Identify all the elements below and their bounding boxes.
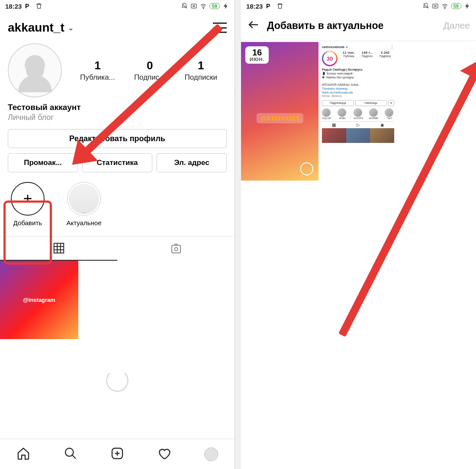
next-button[interactable]: Далее — [443, 20, 470, 31]
avatar[interactable] — [8, 43, 62, 97]
loading-spinner — [106, 369, 129, 392]
inner-profile-handle: radiosvaboda — [322, 45, 344, 49]
status-time: 18:23 — [5, 3, 22, 10]
battery-indicator: 59 — [451, 3, 461, 9]
svg-rect-4 — [172, 246, 180, 253]
highlight-actual[interactable]: ... Актуальное — [62, 182, 106, 226]
chevron-down-icon: ⌄ — [68, 24, 74, 32]
status-time: 18:23 — [246, 3, 263, 10]
username-text: akkaunt_t — [8, 21, 64, 35]
p-icon: P — [266, 3, 273, 10]
inner-photos — [322, 128, 394, 143]
phone-right-add-highlight: 18:23 P 59 Добавить в актуальное Далее 1… — [241, 0, 476, 469]
profile-tabs — [0, 236, 235, 261]
back-button[interactable] — [247, 18, 260, 33]
feed-grid: @instagram — [0, 261, 235, 339]
svg-point-2 — [203, 8, 203, 9]
stats-button[interactable]: Статистика — [82, 153, 152, 172]
nav-profile-icon[interactable] — [204, 447, 218, 461]
wifi-icon — [200, 3, 207, 10]
story-item-1[interactable]: 16 июн. @X101XX203 — [241, 42, 318, 181]
bio-block: Тестовый аккаунт Личный блог — [0, 97, 235, 122]
inner-avatar-day: 30 — [323, 52, 336, 65]
story-select-circle[interactable] — [379, 162, 392, 175]
highlights-row: + Добавить ... Актуальное — [0, 172, 235, 226]
plus-icon: + — [11, 182, 45, 216]
bottom-nav — [0, 439, 235, 469]
stat-posts[interactable]: 1Публика... — [80, 59, 115, 82]
p-icon: P — [25, 3, 32, 10]
inner-follow-button: Падпісацца — [322, 100, 354, 106]
story-date-chip: 16 июн. — [245, 46, 269, 64]
highlight-thumb: ... — [67, 182, 101, 216]
status-bar: 18:23 P 59 — [241, 0, 476, 12]
bell-mute-icon — [181, 3, 188, 10]
bolt-icon — [464, 3, 471, 10]
display-name: Тестовый аккаунт — [8, 103, 227, 112]
hamburger-menu-icon[interactable] — [213, 23, 227, 33]
x-box-icon — [190, 3, 197, 10]
nav-new-post-icon[interactable] — [110, 446, 124, 462]
inner-stats: 11 тыс.Публіка 149 т...Падпісч 2 242Падп… — [339, 51, 394, 58]
profile-header: akkaunt_t ⌄ — [0, 12, 235, 39]
more-icon: ⋮ — [390, 45, 394, 49]
tab-grid[interactable] — [0, 236, 117, 261]
story-picker-grid: 16 июн. @X101XX203 radiosvaboda ● ⋮ 30 — [241, 41, 476, 181]
svg-text:P: P — [25, 3, 29, 10]
tab-tagged[interactable] — [117, 236, 235, 261]
svg-point-10 — [444, 8, 445, 9]
verified-badge-icon: ● — [346, 45, 348, 49]
email-button[interactable]: Эл. адрес — [157, 153, 227, 172]
profile-summary: 1Публика... 0Подпис... 1Подписки — [0, 39, 235, 97]
stat-followers[interactable]: 0Подпис... — [134, 59, 166, 82]
inner-avatar-ring: 30 — [322, 51, 338, 66]
highlight-add[interactable]: + Добавить — [6, 182, 49, 226]
svg-rect-3 — [54, 243, 64, 253]
inner-bio: Радыё Свабода | Беларусь 📱 Больш чым рад… — [322, 68, 394, 98]
trash-icon — [277, 3, 283, 10]
battery-indicator: 59 — [209, 3, 220, 9]
inner-highlights: САЦ.СЕТКІ МОВА АСНОЎНАЕ МОРКВА ТЭСТ — [322, 108, 394, 120]
inner-message-button: Напісаць — [355, 100, 387, 106]
feed-item-1[interactable]: @instagram — [0, 261, 78, 339]
profile-buttons: Редактировать профиль Промоак... Статист… — [0, 122, 235, 172]
svg-text:P: P — [266, 3, 270, 10]
trash-icon — [35, 3, 42, 10]
username-switcher[interactable]: akkaunt_t ⌄ — [8, 21, 74, 35]
edit-profile-button[interactable]: Редактировать профиль — [8, 129, 227, 148]
nav-activity-icon[interactable] — [157, 446, 171, 462]
svg-point-6 — [65, 448, 74, 456]
phone-left-profile: 18:23 P 59 akkaunt_t ⌄ 1Пуб — [0, 0, 235, 469]
story-select-circle[interactable] — [300, 162, 313, 175]
story-item-2[interactable]: radiosvaboda ● ⋮ 30 11 тыс.Публіка 149 т… — [319, 42, 397, 181]
wifi-icon — [441, 3, 448, 10]
inner-buttons: Падпісацца Напісаць ▾ — [322, 100, 394, 106]
inner-dropdown-button: ▾ — [388, 100, 394, 106]
story-mention-sticker: @X101XX203 — [256, 113, 303, 123]
inner-tabs: ▦▷◉ — [322, 121, 394, 128]
svg-point-5 — [174, 248, 178, 251]
category-label: Личный блог — [8, 113, 227, 122]
nav-home-icon[interactable] — [16, 446, 30, 462]
x-box-icon — [432, 3, 439, 10]
status-bar: 18:23 P 59 — [0, 0, 235, 12]
highlight-add-label: Добавить — [13, 219, 42, 226]
page-title: Добавить в актуальное — [267, 20, 436, 32]
nav-search-icon[interactable] — [64, 446, 77, 462]
highlight-actual-label: Актуальное — [67, 219, 102, 226]
bolt-icon — [222, 3, 229, 10]
stat-following[interactable]: 1Подписки — [185, 59, 217, 82]
bell-mute-icon — [422, 3, 429, 10]
add-highlight-header: Добавить в актуальное Далее — [241, 12, 476, 41]
promo-button[interactable]: Промоак... — [8, 153, 78, 172]
